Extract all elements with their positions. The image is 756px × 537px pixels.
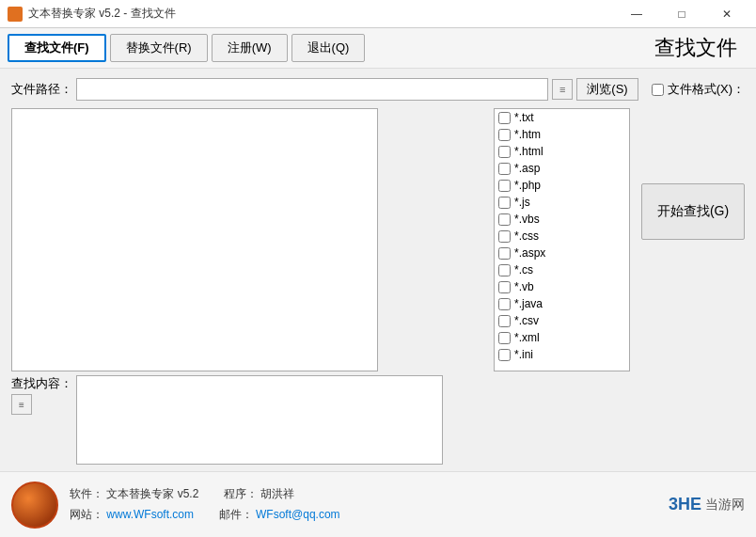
bottom-right: 3HE 当游网	[669, 495, 745, 514]
title-bar: 文本替换专家 v5.2 - 查找文件 — □ ✕	[0, 0, 756, 28]
format-list-item[interactable]: *.asp	[495, 160, 629, 177]
start-find-button[interactable]: 开始查找(G)	[641, 183, 745, 240]
format-list-item[interactable]: *.css	[495, 228, 629, 245]
search-content-icon-button[interactable]: ≡	[11, 394, 32, 415]
format-label: *.aspx	[514, 246, 545, 260]
search-content-label: 查找内容：	[11, 375, 72, 392]
format-list-item[interactable]: *.aspx	[495, 245, 629, 261]
file-path-row: 文件路径： ≡ 浏览(S) 文件格式(X)：	[11, 78, 745, 101]
find-files-button[interactable]: 查找文件(F)	[8, 34, 106, 62]
format-list-item[interactable]: *.php	[495, 177, 629, 194]
format-label: *.asp	[514, 162, 540, 175]
format-label: *.php	[514, 179, 541, 192]
format-list-item[interactable]: *.csv	[495, 312, 629, 329]
format-list-box[interactable]: *.txt*.htm*.html*.asp*.php*.js*.vbs*.css…	[494, 108, 630, 371]
website-url[interactable]: www.WFsoft.com	[106, 508, 194, 521]
close-button[interactable]: ✕	[705, 1, 748, 27]
title-bar-controls: — □ ✕	[615, 1, 748, 27]
page-title: 查找文件	[654, 34, 748, 62]
format-label: *.html	[514, 145, 543, 158]
file-format-label: 文件格式(X)：	[668, 81, 745, 98]
format-list-item[interactable]: *.txt	[495, 109, 629, 126]
format-label: *.xml	[514, 331, 540, 344]
format-list-item[interactable]: *.vb	[495, 278, 629, 295]
format-label: *.ini	[514, 348, 533, 361]
program-name: 胡洪祥	[260, 487, 294, 500]
search-area: 查找内容： ≡	[11, 108, 486, 465]
format-list-item[interactable]: *.html	[495, 143, 629, 160]
browse-button[interactable]: 浏览(S)	[576, 78, 638, 101]
email-value[interactable]: WFsoft@qq.com	[256, 508, 340, 521]
format-label: *.js	[514, 196, 530, 209]
format-checkbox[interactable]	[498, 129, 511, 141]
replace-files-button[interactable]: 替换文件(R)	[110, 34, 208, 62]
format-list-item[interactable]: *.java	[495, 295, 629, 312]
file-path-input[interactable]	[76, 78, 548, 101]
app-logo	[11, 482, 58, 529]
format-label: *.vb	[514, 280, 534, 293]
format-label: *.htm	[514, 128, 541, 141]
format-list-item[interactable]: *.htm	[495, 126, 629, 143]
format-checkbox[interactable]	[498, 146, 511, 158]
format-column: *.txt*.htm*.html*.asp*.php*.js*.vbs*.css…	[494, 108, 630, 465]
title-bar-text: 文本替换专家 v5.2 - 查找文件	[28, 6, 615, 22]
toolbar: 查找文件(F) 替换文件(R) 注册(W) 退出(Q) 查找文件	[0, 28, 756, 69]
format-checkbox[interactable]	[498, 180, 511, 192]
email-label: 邮件：	[219, 508, 253, 521]
bottom-info: 软件： 文本替换专家 v5.2 程序： 胡洪祥 网站： www.WFsoft.c…	[70, 484, 657, 525]
website-label: 网站：	[70, 508, 103, 521]
format-checkbox[interactable]	[498, 230, 511, 243]
software-name: 文本替换专家 v5.2	[106, 487, 198, 500]
format-label: *.css	[514, 229, 539, 243]
right-column: 开始查找(G)	[641, 108, 745, 465]
format-checkbox[interactable]	[498, 163, 511, 175]
brand-text2: 当游网	[705, 497, 745, 513]
format-label: *.csv	[514, 314, 539, 327]
file-format-checkbox[interactable]	[652, 84, 664, 96]
format-checkbox[interactable]	[498, 112, 511, 124]
format-checkbox[interactable]	[498, 332, 511, 344]
register-button[interactable]: 注册(W)	[212, 34, 288, 62]
software-label: 软件：	[70, 487, 103, 500]
format-list-item[interactable]: *.xml	[495, 329, 629, 346]
format-list-item[interactable]: *.js	[495, 194, 629, 211]
file-format-check: 文件格式(X)：	[652, 81, 745, 98]
search-label-col: 查找内容： ≡	[11, 375, 72, 415]
file-list-box[interactable]	[11, 108, 378, 371]
format-list-item[interactable]: *.ini	[495, 346, 629, 363]
program-label: 程序：	[224, 487, 258, 500]
format-checkbox[interactable]	[498, 197, 511, 209]
app-icon	[8, 7, 23, 22]
format-checkbox[interactable]	[498, 264, 511, 276]
format-checkbox[interactable]	[498, 213, 511, 226]
main-content: 文件路径： ≡ 浏览(S) 文件格式(X)： 查找内容： ≡	[0, 69, 756, 506]
file-path-label: 文件路径：	[11, 81, 72, 98]
bottom-bar: 软件： 文本替换专家 v5.2 程序： 胡洪祥 网站： www.WFsoft.c…	[0, 471, 756, 537]
format-checkbox[interactable]	[498, 247, 511, 260]
format-checkbox[interactable]	[498, 349, 511, 361]
format-checkbox[interactable]	[498, 298, 511, 310]
exit-button[interactable]: 退出(Q)	[291, 34, 366, 62]
search-content-input[interactable]	[76, 375, 443, 465]
format-label: *.cs	[514, 263, 533, 276]
format-list-item[interactable]: *.vbs	[495, 211, 629, 228]
format-list-item[interactable]: *.cs	[495, 261, 629, 278]
middle-row: 查找内容： ≡ *.txt*.htm*.html*.asp*.php*.js*.…	[11, 108, 745, 465]
format-label: *.java	[514, 297, 543, 310]
maximize-button[interactable]: □	[660, 1, 703, 27]
minimize-button[interactable]: —	[615, 1, 658, 27]
format-checkbox[interactable]	[498, 281, 511, 293]
search-content-area: 查找内容： ≡	[11, 375, 486, 465]
format-label: *.txt	[514, 111, 534, 124]
format-checkbox[interactable]	[498, 315, 511, 327]
format-label: *.vbs	[514, 213, 540, 226]
brand-text1: 3HE	[669, 495, 701, 514]
file-path-icon-button[interactable]: ≡	[552, 79, 573, 100]
